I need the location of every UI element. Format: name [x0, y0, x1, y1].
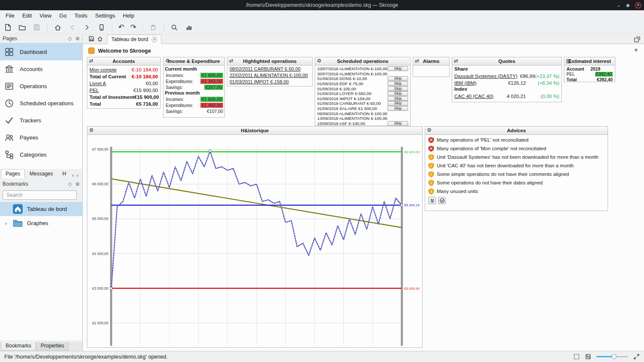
zoom-fit-icon[interactable]	[573, 353, 580, 360]
quote-link[interactable]: CAC 40 (CAC 40)	[454, 94, 499, 99]
advice-item[interactable]: !Unit 'Dassault Systemes' has not been d…	[426, 153, 606, 161]
shade-window-icon[interactable]: ⌄	[617, 3, 621, 8]
pin-page-icon[interactable]	[88, 36, 95, 42]
skip-button[interactable]: Skip	[388, 96, 408, 101]
skip-button[interactable]: Skip	[388, 81, 408, 86]
menu-item-go[interactable]: Go	[55, 11, 70, 20]
report-bars-icon[interactable]	[185, 23, 193, 32]
skip-button[interactable]: Skip	[388, 76, 408, 81]
account-link[interactable]: PEL	[89, 88, 99, 93]
forward-icon[interactable]	[83, 23, 91, 32]
skip-button[interactable]: Skip	[388, 106, 408, 111]
quote-link[interactable]: Dassault Systemes (DASTY)	[454, 74, 518, 79]
mobile-device-icon[interactable]	[97, 23, 106, 32]
skip-button[interactable]: Skip	[388, 86, 408, 91]
zoom-original-icon[interactable]	[585, 353, 591, 360]
redo-icon[interactable]: ↷	[130, 24, 136, 31]
skip-button[interactable]: Skip	[388, 101, 408, 106]
advice-item[interactable]: ✕Many operations of 'Mon compte' not rec…	[426, 144, 606, 153]
quote-link[interactable]: IBM (IBM)	[454, 80, 499, 86]
bookmark-item-graphes[interactable]: ›Graphes	[0, 216, 82, 230]
new-document-icon[interactable]	[3, 23, 12, 32]
menu-item-settings[interactable]: Settings	[91, 11, 119, 20]
zoom-slider[interactable]	[596, 353, 628, 360]
account-link[interactable]: Mon compte	[89, 67, 116, 72]
home-icon[interactable]	[54, 23, 62, 32]
bookmarks-search-input[interactable]	[3, 190, 77, 200]
advice-item[interactable]: !Some simple operations do not have thei…	[426, 170, 606, 178]
search-icon[interactable]	[170, 23, 179, 32]
maximize-window-icon[interactable]: ◆	[626, 3, 630, 8]
scroll-tabs-left-icon[interactable]: ‹	[71, 172, 75, 178]
apply-advice-icon[interactable]	[438, 197, 446, 204]
expand-advices-icon[interactable]	[428, 197, 436, 204]
open-folder-icon[interactable]	[18, 23, 27, 32]
sidebar-item-payees[interactable]: Payees	[0, 129, 82, 146]
accounts-widget-header[interactable]: ⇄ Accounts	[87, 57, 160, 65]
go-home-page-icon[interactable]	[97, 36, 104, 42]
widget-setup-icon[interactable]: ⇄	[229, 58, 233, 64]
tab-tableau-de-bord[interactable]: Tableau de bord ✕	[107, 35, 161, 44]
close-panel-icon[interactable]: ⊗	[75, 36, 80, 41]
float-panel-icon[interactable]: ◇	[68, 36, 72, 41]
detach-tab-icon[interactable]	[634, 36, 641, 43]
tab-pages[interactable]: Pages	[1, 169, 25, 178]
historique-widget-header[interactable]: ⚙ H&istorique	[87, 127, 422, 135]
highlighted-operation-link[interactable]: 01/03/2011 IMPOT €-158,00	[229, 79, 311, 86]
back-icon[interactable]	[68, 23, 77, 32]
menu-item-tools[interactable]: Tools	[71, 11, 91, 20]
sidebar-item-accounts[interactable]: Accounts	[0, 60, 82, 77]
sidebar-item-dashboard[interactable]: Dashboard	[0, 43, 82, 60]
highlighted-operation-link[interactable]: 08/02/2011 CARBURANT €-50,00	[229, 66, 311, 73]
tab-bookmarks[interactable]: Bookmarks	[1, 342, 36, 350]
sidebar-item-categories[interactable]: Categories	[0, 146, 82, 163]
save-icon[interactable]	[33, 23, 41, 32]
scroll-tabs-right-icon[interactable]: ›	[75, 172, 79, 178]
sidebar-item-trackers[interactable]: Trackers	[0, 112, 82, 129]
scheduled-widget-header[interactable]: ⚙ Scheduled operations	[315, 57, 410, 65]
widget-setup-icon[interactable]: ⇄	[454, 58, 458, 64]
delete-icon[interactable]	[149, 23, 158, 32]
tab-properties[interactable]: Properties	[36, 342, 69, 350]
add-widget-button[interactable]: +	[634, 46, 638, 54]
widget-sheet-icon[interactable]: ▤	[566, 58, 571, 64]
sidebar-item-scheduled-operations[interactable]: Scheduled operations	[0, 95, 82, 112]
interest-widget-header[interactable]: ▤ Estimated interest	[564, 57, 615, 65]
advice-item[interactable]: !Many unused units	[426, 187, 606, 196]
sidebar-item-operations[interactable]: Operations	[0, 77, 82, 95]
menu-item-help[interactable]: Help	[119, 11, 138, 20]
highlighted-widget-header[interactable]: ⇄ Highlighted operations	[227, 57, 312, 65]
tab-h[interactable]: H	[58, 169, 71, 178]
advice-item[interactable]: !Unit 'CAC 40' has not been downloaded f…	[426, 161, 606, 170]
widget-gear-icon[interactable]: ⚙	[89, 127, 94, 133]
menu-item-file[interactable]: File	[2, 11, 18, 20]
skip-button[interactable]: Skip	[388, 91, 408, 96]
menu-item-edit[interactable]: Edit	[18, 11, 36, 20]
quotes-widget-header[interactable]: ⇄ Quotes	[452, 57, 561, 65]
close-tab-icon[interactable]: ✕	[152, 37, 157, 42]
menu-item-view[interactable]: View	[36, 11, 55, 20]
income-widget-header[interactable]: ⚙ Income & Expenditure	[164, 57, 224, 65]
skip-button[interactable]: Skip	[388, 66, 408, 71]
undo-icon[interactable]: ↶	[118, 24, 124, 31]
close-panel-icon[interactable]: ⊗	[75, 181, 80, 187]
advice-item[interactable]: ✕Many operations of 'PEL' not reconcilia…	[426, 136, 606, 144]
widget-gear-icon[interactable]: ⚙	[427, 127, 432, 133]
tab-messages[interactable]: Messages	[25, 169, 58, 178]
bookmark-item-tableau-de-bord[interactable]: Tableau de bord	[0, 202, 82, 216]
skip-button[interactable]: Skip	[388, 121, 408, 126]
expander-icon[interactable]: ›	[3, 220, 9, 226]
alarms-widget-header[interactable]: ⇄ Alarms	[413, 57, 449, 65]
zoom-slider-knob[interactable]	[612, 354, 616, 359]
account-link[interactable]: Livret A	[89, 81, 106, 86]
highlighted-operation-link[interactable]: 22/02/2011 ALIMENTATION €-100,00	[229, 73, 311, 79]
expand-icon[interactable]	[633, 353, 640, 360]
widget-gear-icon[interactable]: ⚙	[317, 58, 322, 64]
close-window-icon[interactable]: ✕	[635, 2, 641, 9]
widget-gear-icon[interactable]: ⚙	[165, 58, 170, 64]
advices-widget-header[interactable]: ⚙ Advices	[425, 127, 608, 135]
widget-setup-icon[interactable]: ⇄	[89, 58, 93, 64]
float-panel-icon[interactable]: ◇	[68, 181, 72, 187]
widget-setup-icon[interactable]: ⇄	[415, 58, 419, 64]
advice-item[interactable]: !Some operations do not have their dates…	[426, 178, 606, 187]
